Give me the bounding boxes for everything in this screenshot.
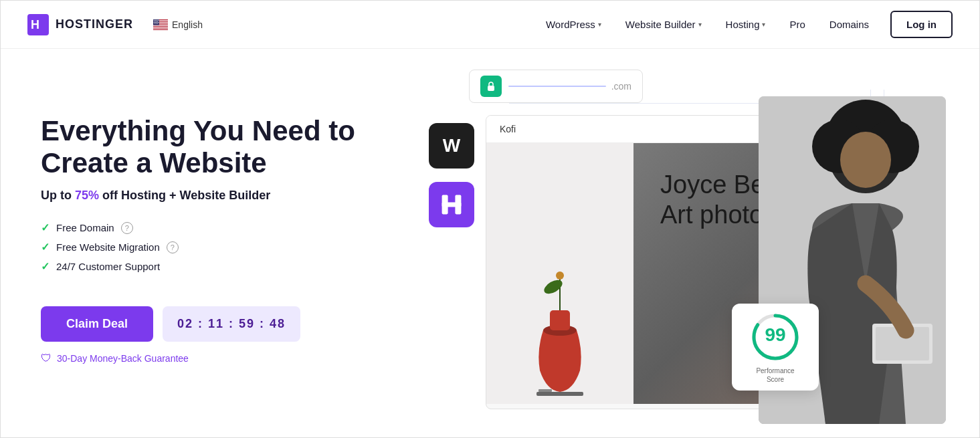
vase-illustration [526, 263, 593, 397]
feature-item-migration: ✓ Free Website Migration ? [41, 241, 375, 253]
svg-text:H: H [31, 18, 39, 31]
info-icon[interactable]: ? [121, 222, 133, 234]
svg-point-14 [155, 21, 155, 21]
svg-point-12 [157, 19, 157, 20]
svg-point-40 [840, 132, 891, 188]
claim-deal-button[interactable]: Claim Deal [41, 306, 153, 342]
svg-point-20 [158, 21, 159, 22]
svg-point-17 [154, 21, 155, 22]
performance-score-label: PerformanceScore [756, 366, 794, 384]
hostinger-icon-box[interactable] [429, 182, 474, 227]
nav-wordpress[interactable]: WordPress ▾ [536, 13, 611, 35]
check-icon: ✓ [41, 241, 50, 253]
nav-domains[interactable]: Domains [820, 13, 878, 35]
performance-score-value: 99 [765, 324, 785, 345]
svg-rect-27 [442, 202, 462, 207]
nav-links: WordPress ▾ Website Builder ▾ Hosting ▾ … [536, 11, 953, 38]
nav-hosting-label: Hosting [726, 19, 760, 30]
brand-name: HOSTINGER [56, 17, 133, 31]
countdown-timer: 02 : 11 : 59 : 48 [163, 306, 300, 342]
svg-rect-33 [536, 392, 583, 396]
language-selector[interactable]: English [153, 19, 203, 30]
lock-icon [480, 76, 502, 97]
info-icon[interactable]: ? [167, 241, 179, 253]
discount-text: 75% [75, 189, 99, 202]
subtitle-suffix: off Hosting + Website Builder [99, 189, 270, 202]
nav-wb-label: Website Builder [625, 19, 696, 30]
svg-point-19 [157, 21, 157, 22]
shield-icon: 🛡 [41, 352, 52, 364]
svg-point-30 [556, 271, 564, 280]
nav-wordpress-label: WordPress [546, 19, 595, 30]
guarantee-label: 30-Day Money-Back Guarantee [57, 353, 189, 364]
nav-pro[interactable]: Pro [780, 13, 814, 35]
hero-visual: .com W Kofi [389, 63, 953, 411]
cta-row: Claim Deal 02 : 11 : 59 : 48 [41, 306, 375, 342]
feature-item-domain: ✓ Free Domain ? [41, 221, 375, 234]
performance-circle: 99 [749, 310, 802, 364]
login-button[interactable]: Log in [890, 11, 953, 38]
svg-point-13 [158, 19, 159, 20]
svg-point-22 [156, 23, 157, 23]
svg-point-11 [155, 19, 156, 20]
logo-area[interactable]: H HOSTINGER [27, 14, 133, 35]
svg-rect-24 [488, 86, 494, 91]
wordpress-icon-box[interactable]: W [429, 123, 474, 169]
feature-support-label: 24/7 Customer Support [56, 261, 160, 272]
subtitle-prefix: Up to [41, 189, 75, 202]
guarantee-row: 🛡 30-Day Money-Back Guarantee [41, 352, 375, 364]
svg-point-15 [156, 21, 157, 21]
check-icon: ✓ [41, 221, 50, 234]
svg-point-21 [155, 23, 155, 23]
flag-icon [153, 19, 168, 30]
hero-left: Everything You Need toCreate a Website U… [41, 49, 375, 424]
website-name-label: Kofi [500, 124, 516, 134]
svg-rect-34 [538, 389, 552, 392]
svg-rect-32 [550, 310, 570, 330]
url-line [508, 86, 606, 87]
navbar: H HOSTINGER [1, 1, 979, 49]
feature-migration-label: Free Website Migration [56, 241, 160, 253]
main-content: Everything You Need toCreate a Website U… [1, 49, 979, 437]
features-list: ✓ Free Domain ? ✓ Free Website Migration… [41, 221, 375, 280]
nav-website-builder[interactable]: Website Builder ▾ [616, 13, 711, 35]
logo-icon: H [27, 14, 49, 35]
card-left-image [486, 143, 633, 404]
feature-domain-label: Free Domain [56, 222, 114, 233]
svg-point-10 [154, 19, 155, 20]
url-dotcom: .com [611, 81, 631, 92]
svg-rect-7 [153, 27, 168, 27]
performance-score-badge: 99 PerformanceScore [732, 304, 819, 391]
svg-rect-6 [153, 25, 168, 25]
hero-subtitle: Up to 75% off Hosting + Website Builder [41, 189, 375, 203]
hero-right: .com W Kofi [389, 49, 953, 424]
chevron-down-icon: ▾ [598, 21, 601, 28]
hero-title: Everything You Need toCreate a Website [41, 115, 375, 180]
wp-letter: W [443, 135, 460, 156]
svg-point-16 [157, 21, 158, 21]
svg-point-23 [157, 23, 158, 23]
svg-point-29 [542, 277, 565, 296]
check-icon: ✓ [41, 260, 50, 273]
feature-item-support: ✓ 24/7 Customer Support [41, 260, 375, 273]
nav-hosting[interactable]: Hosting ▾ [716, 13, 775, 35]
hostinger-logo-icon [439, 193, 464, 217]
lang-label: English [172, 19, 203, 30]
url-bar: .com [469, 70, 643, 103]
chevron-down-icon: ▾ [698, 21, 702, 28]
chevron-down-icon: ▾ [762, 21, 765, 28]
svg-point-18 [155, 21, 156, 22]
svg-rect-8 [153, 28, 168, 29]
